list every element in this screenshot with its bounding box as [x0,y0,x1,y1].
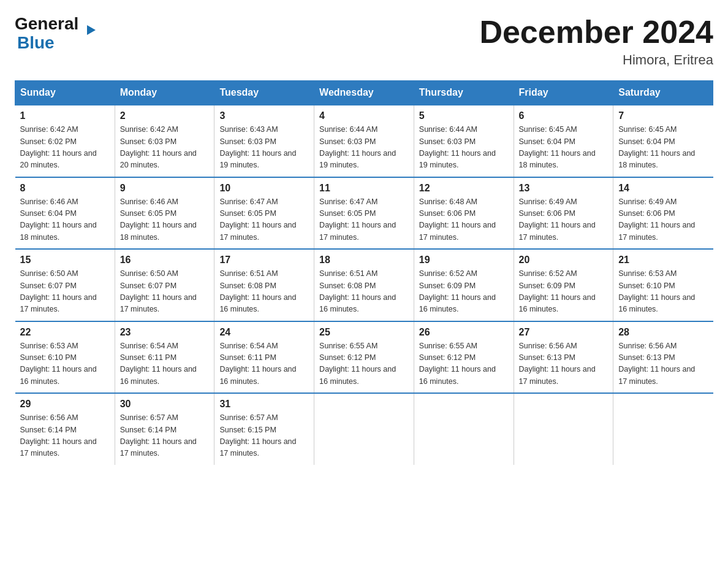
day-number: 2 [120,110,210,121]
calendar-table: SundayMondayTuesdayWednesdayThursdayFrid… [15,80,713,465]
day-number: 11 [319,183,409,194]
day-number: 18 [319,255,409,266]
day-number: 25 [319,327,409,338]
logo: General Blue [15,15,87,53]
calendar-cell: 24 Sunrise: 6:54 AM Sunset: 6:11 PM Dayl… [214,321,314,394]
day-number: 22 [20,327,110,338]
day-number: 28 [618,327,708,338]
day-number: 20 [519,255,609,266]
day-info: Sunrise: 6:48 AM Sunset: 6:06 PM Dayligh… [419,196,509,244]
week-row-1: 1 Sunrise: 6:42 AM Sunset: 6:02 PM Dayli… [15,105,713,177]
svg-marker-0 [87,25,96,35]
day-info: Sunrise: 6:46 AM Sunset: 6:05 PM Dayligh… [120,196,210,244]
day-number: 7 [618,110,708,121]
day-info: Sunrise: 6:47 AM Sunset: 6:05 PM Dayligh… [319,196,409,244]
day-number: 30 [120,399,210,410]
day-number: 14 [618,183,708,194]
day-info: Sunrise: 6:56 AM Sunset: 6:13 PM Dayligh… [519,340,609,388]
day-number: 21 [618,255,708,266]
day-number: 23 [120,327,210,338]
calendar-cell [414,393,514,465]
calendar-cell: 20 Sunrise: 6:52 AM Sunset: 6:09 PM Dayl… [514,249,613,321]
day-number: 29 [20,399,110,410]
calendar-cell: 4 Sunrise: 6:44 AM Sunset: 6:03 PM Dayli… [314,105,414,177]
calendar-cell [613,393,713,465]
day-info: Sunrise: 6:49 AM Sunset: 6:06 PM Dayligh… [519,196,609,244]
page-header: General Blue December 2024 Himora, Eritr… [15,15,713,68]
calendar-cell: 13 Sunrise: 6:49 AM Sunset: 6:06 PM Dayl… [514,177,613,250]
day-info: Sunrise: 6:43 AM Sunset: 6:03 PM Dayligh… [219,124,309,172]
day-number: 15 [20,255,110,266]
day-number: 10 [219,183,309,194]
header-thursday: Thursday [414,81,514,105]
calendar-cell: 21 Sunrise: 6:53 AM Sunset: 6:10 PM Dayl… [613,249,713,321]
calendar-cell: 14 Sunrise: 6:49 AM Sunset: 6:06 PM Dayl… [613,177,713,250]
calendar-cell: 25 Sunrise: 6:55 AM Sunset: 6:12 PM Dayl… [314,321,414,394]
day-info: Sunrise: 6:56 AM Sunset: 6:14 PM Dayligh… [20,412,110,460]
day-number: 27 [519,327,609,338]
calendar-cell: 15 Sunrise: 6:50 AM Sunset: 6:07 PM Dayl… [15,249,115,321]
day-info: Sunrise: 6:52 AM Sunset: 6:09 PM Dayligh… [519,268,609,316]
day-number: 16 [120,255,210,266]
day-number: 8 [20,183,110,194]
day-number: 6 [519,110,609,121]
day-info: Sunrise: 6:42 AM Sunset: 6:02 PM Dayligh… [20,124,110,172]
week-row-3: 15 Sunrise: 6:50 AM Sunset: 6:07 PM Dayl… [15,249,713,321]
day-info: Sunrise: 6:50 AM Sunset: 6:07 PM Dayligh… [20,268,110,316]
week-row-2: 8 Sunrise: 6:46 AM Sunset: 6:04 PM Dayli… [15,177,713,250]
day-info: Sunrise: 6:56 AM Sunset: 6:13 PM Dayligh… [618,340,708,388]
calendar-cell: 19 Sunrise: 6:52 AM Sunset: 6:09 PM Dayl… [414,249,514,321]
title-section: December 2024 Himora, Eritrea [479,15,713,68]
day-info: Sunrise: 6:57 AM Sunset: 6:15 PM Dayligh… [219,412,309,460]
day-number: 12 [419,183,509,194]
calendar-cell: 12 Sunrise: 6:48 AM Sunset: 6:06 PM Dayl… [414,177,514,250]
day-number: 19 [419,255,509,266]
calendar-cell: 28 Sunrise: 6:56 AM Sunset: 6:13 PM Dayl… [613,321,713,394]
day-number: 17 [219,255,309,266]
day-number: 3 [219,110,309,121]
day-number: 5 [419,110,509,121]
calendar-cell [314,393,414,465]
calendar-cell: 8 Sunrise: 6:46 AM Sunset: 6:04 PM Dayli… [15,177,115,250]
logo-general-text: General [15,15,78,34]
day-info: Sunrise: 6:45 AM Sunset: 6:04 PM Dayligh… [618,124,708,172]
week-row-5: 29 Sunrise: 6:56 AM Sunset: 6:14 PM Dayl… [15,393,713,465]
day-info: Sunrise: 6:51 AM Sunset: 6:08 PM Dayligh… [319,268,409,316]
day-info: Sunrise: 6:53 AM Sunset: 6:10 PM Dayligh… [20,340,110,388]
calendar-cell: 7 Sunrise: 6:45 AM Sunset: 6:04 PM Dayli… [613,105,713,177]
day-number: 31 [219,399,309,410]
day-info: Sunrise: 6:50 AM Sunset: 6:07 PM Dayligh… [120,268,210,316]
day-info: Sunrise: 6:44 AM Sunset: 6:03 PM Dayligh… [319,124,409,172]
day-info: Sunrise: 6:46 AM Sunset: 6:04 PM Dayligh… [20,196,110,244]
day-info: Sunrise: 6:52 AM Sunset: 6:09 PM Dayligh… [419,268,509,316]
calendar-cell: 29 Sunrise: 6:56 AM Sunset: 6:14 PM Dayl… [15,393,115,465]
day-info: Sunrise: 6:42 AM Sunset: 6:03 PM Dayligh… [120,124,210,172]
location: Himora, Eritrea [479,52,713,68]
day-info: Sunrise: 6:47 AM Sunset: 6:05 PM Dayligh… [219,196,309,244]
logo-blue-text: Blue [17,33,55,52]
calendar-cell: 31 Sunrise: 6:57 AM Sunset: 6:15 PM Dayl… [214,393,314,465]
day-number: 9 [120,183,210,194]
header-friday: Friday [514,81,613,105]
day-number: 24 [219,327,309,338]
day-info: Sunrise: 6:55 AM Sunset: 6:12 PM Dayligh… [419,340,509,388]
calendar-cell: 22 Sunrise: 6:53 AM Sunset: 6:10 PM Dayl… [15,321,115,394]
header-saturday: Saturday [613,81,713,105]
calendar-cell: 11 Sunrise: 6:47 AM Sunset: 6:05 PM Dayl… [314,177,414,250]
calendar-cell [514,393,613,465]
month-title: December 2024 [479,15,713,50]
calendar-cell: 6 Sunrise: 6:45 AM Sunset: 6:04 PM Dayli… [514,105,613,177]
day-number: 4 [319,110,409,121]
day-info: Sunrise: 6:57 AM Sunset: 6:14 PM Dayligh… [120,412,210,460]
day-info: Sunrise: 6:44 AM Sunset: 6:03 PM Dayligh… [419,124,509,172]
calendar-cell: 10 Sunrise: 6:47 AM Sunset: 6:05 PM Dayl… [214,177,314,250]
day-number: 26 [419,327,509,338]
calendar-cell: 23 Sunrise: 6:54 AM Sunset: 6:11 PM Dayl… [115,321,214,394]
calendar-cell: 3 Sunrise: 6:43 AM Sunset: 6:03 PM Dayli… [214,105,314,177]
day-info: Sunrise: 6:54 AM Sunset: 6:11 PM Dayligh… [219,340,309,388]
calendar-cell: 2 Sunrise: 6:42 AM Sunset: 6:03 PM Dayli… [115,105,214,177]
calendar-cell: 1 Sunrise: 6:42 AM Sunset: 6:02 PM Dayli… [15,105,115,177]
day-info: Sunrise: 6:53 AM Sunset: 6:10 PM Dayligh… [618,268,708,316]
calendar-cell: 16 Sunrise: 6:50 AM Sunset: 6:07 PM Dayl… [115,249,214,321]
header-tuesday: Tuesday [214,81,314,105]
